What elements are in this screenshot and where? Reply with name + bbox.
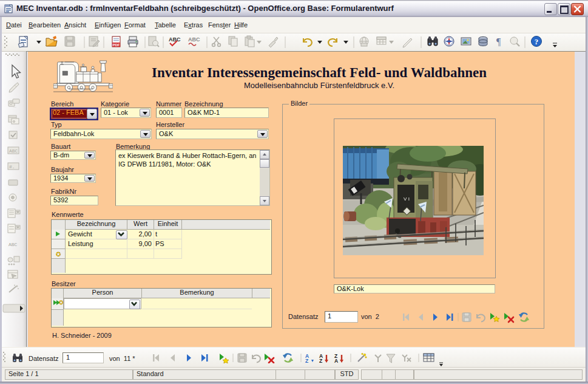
svg-text:#.: #. <box>9 164 15 170</box>
svg-text:ABC: ABC <box>9 148 18 154</box>
svg-text:V I: V I <box>404 196 410 202</box>
svg-text:PDF: PDF <box>113 43 120 47</box>
svg-text:?: ? <box>535 37 539 46</box>
svg-text:A: A <box>334 358 338 363</box>
svg-text:ABC: ABC <box>188 36 200 43</box>
svg-text:Z: Z <box>319 358 322 363</box>
svg-text:Z: Z <box>305 358 308 363</box>
svg-text:...: ... <box>13 105 16 108</box>
svg-text:ABC: ABC <box>169 36 181 43</box>
svg-text:ABC: ABC <box>8 242 18 247</box>
svg-text:¶: ¶ <box>496 36 501 47</box>
